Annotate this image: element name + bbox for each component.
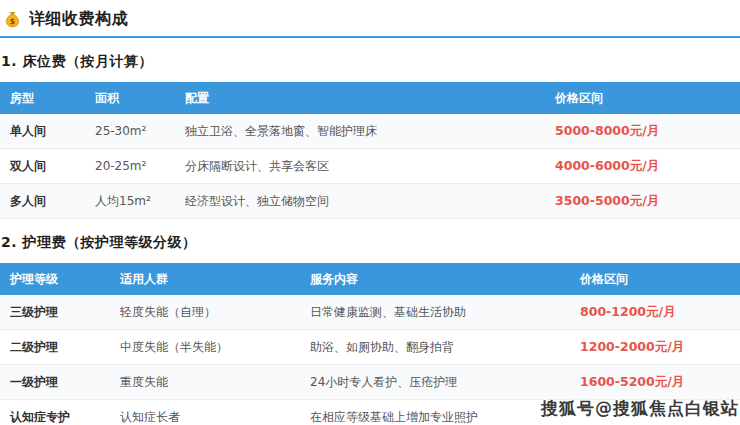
cell-service: 日常健康监测、基础生活协助 xyxy=(300,304,570,321)
cell-room-type: 多人间 xyxy=(0,193,85,210)
cell-price: 1200-2000元/月 xyxy=(570,339,740,356)
cell-config: 分床隔断设计、共享会客区 xyxy=(175,158,545,175)
table-header-row: 房型 面积 配置 价格区间 xyxy=(0,82,740,114)
table-row: 多人间 人均15m² 经济型设计、独立储物空间 3500-5000元/月 xyxy=(0,184,740,219)
cell-target-group: 轻度失能（自理） xyxy=(110,304,300,321)
money-bag-icon: $ xyxy=(3,10,22,29)
cell-area: 25-30m² xyxy=(85,124,175,138)
cell-target-group: 认知症长者 xyxy=(110,409,300,425)
column-header-room-type: 房型 xyxy=(0,90,85,107)
column-header-area: 面积 xyxy=(85,90,175,107)
title-divider xyxy=(0,36,740,38)
column-header-config: 配置 xyxy=(175,90,545,107)
section-2-heading: 2. 护理费（按护理等级分级） xyxy=(1,234,740,252)
cell-area: 20-25m² xyxy=(85,159,175,173)
column-header-price-range: 价格区间 xyxy=(545,90,740,107)
cell-price: 800-1200元/月 xyxy=(570,304,740,321)
cell-service: 在相应等级基础上增加专业照护 xyxy=(300,409,570,425)
cell-price: 3500-5000元/月 xyxy=(545,193,740,210)
table-header-row: 护理等级 适用人群 服务内容 价格区间 xyxy=(0,263,740,295)
table-row: 单人间 25-30m² 独立卫浴、全景落地窗、智能护理床 5000-8000元/… xyxy=(0,114,740,149)
bed-fee-table: 房型 面积 配置 价格区间 单人间 25-30m² 独立卫浴、全景落地窗、智能护… xyxy=(0,82,740,219)
cell-config: 经济型设计、独立储物空间 xyxy=(175,193,545,210)
cell-room-type: 双人间 xyxy=(0,158,85,175)
cell-nursing-level: 三级护理 xyxy=(0,304,110,321)
cell-config: 独立卫浴、全景落地窗、智能护理床 xyxy=(175,123,545,140)
cell-price: 1600-5200元/月 xyxy=(570,374,740,391)
column-header-price-range: 价格区间 xyxy=(570,271,740,288)
table-row: 双人间 20-25m² 分床隔断设计、共享会客区 4000-6000元/月 xyxy=(0,149,740,184)
cell-nursing-level: 认知症专护 xyxy=(0,409,110,425)
page-title-bar: $ 详细收费构成 xyxy=(0,7,740,31)
column-header-nursing-level: 护理等级 xyxy=(0,271,110,288)
cell-service: 助浴、如厕协助、翻身拍背 xyxy=(300,339,570,356)
sohu-watermark: 搜狐号@搜狐焦点白银站 xyxy=(541,397,739,420)
cell-area: 人均15m² xyxy=(85,193,175,210)
cell-nursing-level: 二级护理 xyxy=(0,339,110,356)
table-row: 三级护理 轻度失能（自理） 日常健康监测、基础生活协助 800-1200元/月 xyxy=(0,295,740,330)
cell-price: 4000-6000元/月 xyxy=(545,158,740,175)
page-title: 详细收费构成 xyxy=(29,9,128,30)
cell-target-group: 中度失能（半失能） xyxy=(110,339,300,356)
svg-text:$: $ xyxy=(10,16,16,25)
column-header-service: 服务内容 xyxy=(300,271,570,288)
article-page: $ 详细收费构成 1. 床位费（按月计算） 房型 面积 配置 价格区间 单人间 … xyxy=(0,0,740,425)
column-header-target-group: 适用人群 xyxy=(110,271,300,288)
cell-room-type: 单人间 xyxy=(0,123,85,140)
section-1-heading: 1. 床位费（按月计算） xyxy=(1,53,740,71)
cell-price: 5000-8000元/月 xyxy=(545,123,740,140)
cell-target-group: 重度失能 xyxy=(110,374,300,391)
cell-service: 24小时专人看护、压疮护理 xyxy=(300,374,570,391)
table-row: 一级护理 重度失能 24小时专人看护、压疮护理 1600-5200元/月 xyxy=(0,365,740,400)
table-row: 二级护理 中度失能（半失能） 助浴、如厕协助、翻身拍背 1200-2000元/月 xyxy=(0,330,740,365)
cell-nursing-level: 一级护理 xyxy=(0,374,110,391)
